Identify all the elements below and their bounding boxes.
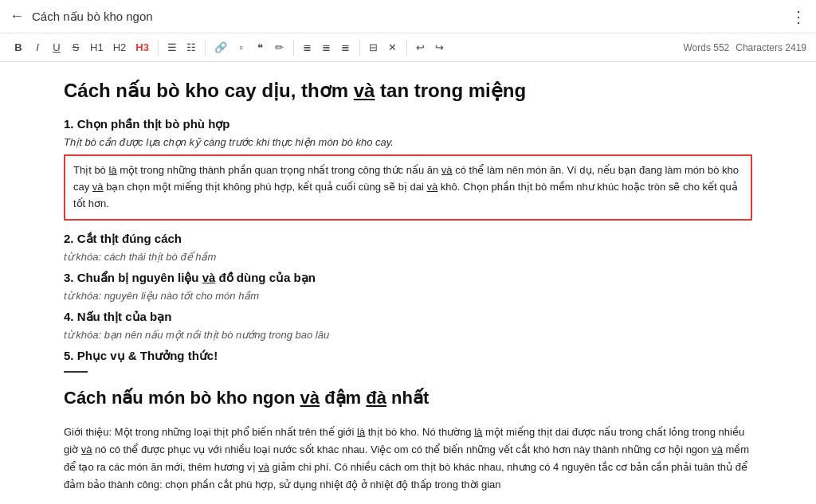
section-1-heading: 1. Chọn phần thịt bò phù hợp [64,117,752,131]
word-count-area: Words 552 Characters 2419 [683,42,806,53]
toolbar-divider-2 [205,40,206,56]
section-3-keyword: từ khóa: nguyên liệu nào tốt cho món hầm [64,290,752,302]
section-1-highlighted-body: Thịt bò là một trong những thành phần qu… [64,154,752,220]
word-count: Words 552 [683,42,729,53]
align-center-button[interactable]: ≣ [318,37,335,58]
section-5: 5. Phục vụ & Thưởng thức! [64,349,752,363]
redo-button[interactable]: ↪ [431,37,449,58]
char-count: Characters 2419 [736,42,806,53]
undo-button[interactable]: ↩ [412,37,430,58]
document-second-title: Cách nấu món bò kho ngon và đậm đà nhất [64,387,752,410]
toolbar: B I U S H1 H2 H3 ☰ ☷ 🔗 ▫ ❝ ✏ ≣ ≣ ≣ ⊟ ✕ ↩… [0,33,816,62]
section-3: 3. Chuẩn bị nguyên liệu và đồ dùng của b… [64,271,752,302]
quote-button[interactable]: ❝ [252,37,269,58]
underline-button[interactable]: U [48,37,65,58]
clear-format-button[interactable]: ✕ [384,37,402,58]
section-divider [64,371,88,373]
toolbar-divider-1 [158,40,159,56]
section-4-keyword: từ khóa: bạn nên nấu một nồi thịt bò nướ… [64,329,752,341]
toolbar-divider-4 [359,40,360,56]
section-5-heading: 5. Phục vụ & Thưởng thức! [64,349,752,363]
align-left-button[interactable]: ≣ [299,37,316,58]
document-main-title: Cách nấu bò kho cay dịu, thơm và tan tro… [64,78,752,103]
bold-button[interactable]: B [10,37,27,58]
ordered-list-button[interactable]: ☷ [182,37,200,58]
back-button[interactable]: ← [10,8,24,25]
section-4-heading: 4. Nấu thịt của bạn [64,310,752,324]
section-1-subtitle: Thịt bò cần được lựa chọn kỹ càng trước … [64,136,752,148]
section-3-heading: 3. Chuẩn bị nguyên liệu và đồ dùng của b… [64,271,752,285]
main-area: Cách nấu bò kho cay dịu, thơm và tan tro… [0,62,816,504]
section-2-keyword: từ khóa: cách thái thịt bò để hầm [64,251,752,263]
body-paragraph-1: Giới thiệu: Một trong những loại thịt ph… [64,424,752,494]
italic-button[interactable]: I [29,37,46,58]
highlight-button[interactable]: ✏ [271,37,288,58]
section-2-heading: 2. Cắt thịt đúng cách [64,232,752,246]
section-4: 4. Nấu thịt của bạn từ khóa: bạn nên nấu… [64,310,752,341]
unordered-list-button[interactable]: ☰ [163,37,181,58]
document-title: Cách nấu bò kho ngon [32,10,790,24]
toolbar-divider-5 [406,40,407,56]
align-right-button[interactable]: ≣ [337,37,355,58]
image-button[interactable]: ▫ [233,37,250,58]
link-button[interactable]: 🔗 [210,37,231,58]
top-bar: ← Cách nấu bò kho ngon ⋮ [0,0,816,33]
h1-button[interactable]: H1 [86,37,108,58]
table-button[interactable]: ⊟ [365,37,382,58]
section-2: 2. Cắt thịt đúng cách từ khóa: cách thái… [64,232,752,263]
strikethrough-button[interactable]: S [67,37,84,58]
more-options-button[interactable]: ⋮ [790,7,806,26]
h3-button[interactable]: H3 [131,37,153,58]
h2-button[interactable]: H2 [109,37,131,58]
toolbar-divider-3 [293,40,294,56]
content-area[interactable]: Cách nấu bò kho cay dịu, thơm và tan tro… [0,62,816,504]
section-1: 1. Chọn phần thịt bò phù hợp Thịt bò cần… [64,117,752,220]
